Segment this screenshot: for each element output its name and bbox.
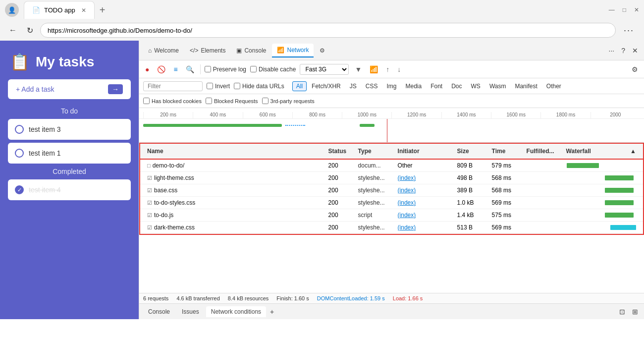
waterfall-bar-3 (605, 188, 634, 193)
back-button[interactable]: ← (6, 24, 20, 37)
bottom-tab-network-conditions[interactable]: Network conditions (206, 306, 266, 317)
record-button[interactable]: ● (143, 64, 151, 74)
initiator-link-5[interactable]: (index) (398, 212, 416, 219)
filter-icon-button[interactable]: ≡ (171, 64, 179, 74)
new-tab-button[interactable]: + (95, 2, 110, 18)
filter-type-fetch[interactable]: Fetch/XHR (308, 81, 345, 91)
browser-tab[interactable]: 📄 TODO app ✕ (24, 1, 95, 19)
hide-data-urls-checkbox[interactable]: Hide data URLs (234, 83, 284, 90)
minimize-button[interactable]: — (609, 6, 615, 13)
third-party-label: 3rd-party requests (270, 98, 315, 104)
table-row[interactable]: ☑ to-do.js 200 script (index) 1.4 kB 575… (140, 209, 643, 222)
add-bottom-tab-button[interactable]: + (268, 307, 276, 317)
devtools-tab-elements[interactable]: </> Elements (185, 44, 230, 57)
throttle-dropdown-button[interactable]: ▼ (353, 64, 364, 74)
filter-type-img[interactable]: Img (382, 81, 400, 91)
table-row[interactable]: ☑ light-theme.css 200 styleshe... (index… (140, 172, 643, 184)
table-row[interactable]: □ demo-to-do/ 200 docum... Other 809 B 5… (140, 160, 643, 172)
browser-more-button[interactable]: ··· (620, 23, 638, 38)
tick-1400: 1400 ms (441, 112, 491, 118)
table-row[interactable]: ☑ dark-theme.css 200 styleshe... (index)… (140, 222, 643, 234)
devtools-close-button[interactable]: ✕ (630, 46, 640, 56)
tick-600: 600 ms (243, 112, 292, 118)
filter-type-js[interactable]: JS (346, 81, 361, 91)
address-input[interactable] (40, 23, 616, 38)
close-button[interactable]: ✕ (634, 6, 639, 13)
network-icon: 📶 (277, 47, 284, 54)
filter-type-media[interactable]: Media (401, 81, 426, 91)
filter-type-ws[interactable]: WS (467, 81, 484, 91)
th-type[interactable]: Type (355, 146, 395, 157)
search-button[interactable]: 🔍 (184, 64, 196, 74)
add-task-button[interactable]: + Add a task → (8, 79, 131, 99)
th-initiator[interactable]: Initiator (395, 146, 454, 157)
blocked-cookies-checkbox[interactable]: Has blocked cookies (143, 98, 202, 104)
th-fulfilled[interactable]: Fulfilled... (524, 146, 563, 157)
browser-window: 👤 📄 TODO app ✕ + — □ ✕ ← ↻ ··· 📋 My task… (0, 0, 644, 319)
window-controls: — □ ✕ (609, 6, 639, 13)
filter-type-manifest[interactable]: Manifest (511, 81, 541, 91)
blocked-requests-checkbox[interactable]: Blocked Requests (206, 98, 258, 104)
th-status[interactable]: Status (325, 146, 355, 157)
task-checkbox-completed[interactable]: ✓ (15, 185, 24, 194)
refresh-button[interactable]: ↻ (24, 24, 36, 37)
throttle-select[interactable]: Fast 3G Slow 3G No throttling (300, 64, 349, 75)
filter-type-css[interactable]: CSS (362, 81, 382, 91)
list-item[interactable]: test item 1 (8, 143, 131, 164)
bottom-tab-issues[interactable]: Issues (177, 306, 204, 317)
network-icon-btn2[interactable]: ↑ (384, 64, 391, 74)
initiator-link-6[interactable]: (index) (398, 224, 416, 231)
list-item[interactable]: ✓ test item 4 (8, 179, 131, 200)
devtools-help-button[interactable]: ? (619, 46, 627, 56)
preserve-log-checkbox[interactable]: Preserve log (205, 66, 246, 73)
disable-cache-label: Disable cache (259, 66, 296, 73)
filter-type-all[interactable]: All (292, 81, 307, 91)
th-waterfall[interactable]: Waterfall ▲ (563, 146, 639, 157)
table-header: Name Status Type Initiator Size Time Ful… (139, 143, 644, 160)
initiator-link-4[interactable]: (index) (398, 199, 416, 206)
devtools-tab-settings[interactable]: ⚙ (315, 44, 330, 57)
task-checkbox[interactable] (15, 125, 24, 134)
dock-button[interactable]: ⊡ (617, 307, 627, 317)
devtools-tab-network[interactable]: 📶 Network (272, 44, 314, 57)
th-name[interactable]: Name (144, 146, 325, 157)
status-bar: 6 requests 4.6 kB transferred 8.4 kB res… (139, 293, 644, 303)
disable-cache-checkbox[interactable]: Disable cache (250, 66, 296, 73)
table-row[interactable]: ☑ base.css 200 styleshe... (index) 389 B… (140, 184, 643, 197)
network-icon-btn3[interactable]: ↓ (395, 64, 403, 74)
invert-checkbox[interactable]: Invert (207, 83, 230, 90)
undock-button[interactable]: ⊞ (630, 307, 640, 317)
td-size-4: 1.0 kB (454, 198, 489, 207)
settings-icon: ⚙ (320, 47, 325, 54)
devtools-more-button[interactable]: ··· (607, 46, 617, 56)
devtools-tab-welcome[interactable]: ⌂ Welcome (143, 44, 184, 57)
th-size[interactable]: Size (454, 146, 489, 157)
table-row[interactable]: ☑ to-do-styles.css 200 styleshe... (inde… (140, 197, 643, 209)
bottom-tab-console[interactable]: Console (143, 306, 175, 317)
preserve-log-input[interactable] (205, 66, 211, 72)
section-label-completed: Completed (0, 168, 139, 175)
td-fulfilled-4 (524, 202, 563, 204)
td-initiator-5: (index) (395, 211, 454, 220)
file-icon-1: □ (147, 163, 151, 168)
initiator-link-3[interactable]: (index) (398, 187, 416, 194)
list-item[interactable]: test item 3 (8, 119, 131, 140)
disable-cache-input[interactable] (250, 66, 257, 72)
th-time[interactable]: Time (489, 146, 524, 157)
clear-button[interactable]: 🚫 (155, 64, 167, 74)
td-type-6: styleshe... (355, 223, 395, 232)
task-checkbox[interactable] (15, 149, 24, 158)
third-party-checkbox[interactable]: 3rd-party requests (262, 98, 315, 104)
maximize-button[interactable]: □ (623, 6, 626, 13)
network-icon-btn1[interactable]: 📶 (368, 64, 380, 74)
tab-close-button[interactable]: ✕ (81, 7, 86, 14)
network-settings-button[interactable]: ⚙ (630, 64, 640, 74)
filter-input[interactable] (143, 81, 203, 91)
filter-type-doc[interactable]: Doc (447, 81, 466, 91)
initiator-link-2[interactable]: (index) (398, 174, 416, 181)
filter-type-other[interactable]: Other (542, 81, 565, 91)
devtools-tab-console[interactable]: ▣ Console (231, 44, 271, 57)
td-size-6: 513 B (454, 223, 489, 232)
filter-type-wasm[interactable]: Wasm (485, 81, 510, 91)
filter-type-font[interactable]: Font (427, 81, 446, 91)
